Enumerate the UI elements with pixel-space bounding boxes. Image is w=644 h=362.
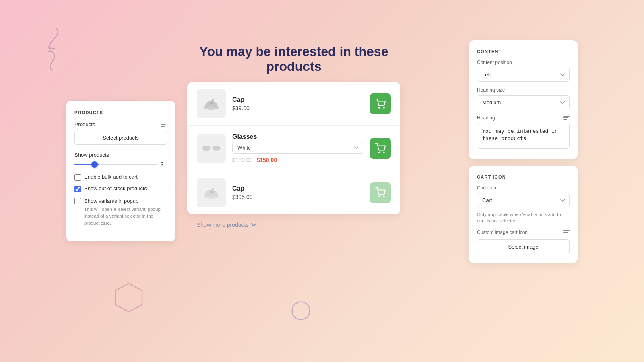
cart-note: Only applicable when 'enable bulk add to… [477,211,570,224]
svg-line-12 [220,146,220,148]
cart-icon [375,143,386,154]
show-more-products[interactable]: Show more products [187,214,400,230]
product-price: $39.00 [232,105,363,111]
right-panels: CONTENT Content position Left Right Cent… [469,40,578,263]
heading-textarea[interactable]: You may be interested in these products [477,123,570,149]
out-of-stock-label[interactable]: Show out of stock products [84,185,147,191]
variants-popup-checkbox[interactable] [74,198,81,204]
cart-icon-select[interactable]: Cart Bag Plus [477,193,570,207]
heading-size-select[interactable]: Small Medium Large [477,95,570,109]
product-name: Cap [232,185,363,192]
variants-popup-label[interactable]: Show variants in popup [84,198,138,204]
content-panel: CONTENT Content position Left Right Cent… [469,40,578,159]
out-of-stock-checkbox[interactable] [74,186,81,192]
table-row: Cap $39.00 [187,82,400,126]
add-to-cart-button[interactable] [370,182,391,203]
select-products-button[interactable]: Select products [74,131,167,145]
svg-point-17 [379,196,380,197]
cap-image [202,184,220,202]
svg-point-7 [384,107,384,108]
decorative-hexagon [113,282,145,314]
svg-point-6 [379,107,380,108]
content-section-title: CONTENT [477,49,570,54]
chevron-down-icon [251,223,256,227]
product-info: Cap $395.00 [232,185,363,200]
variant-value: White [237,145,251,151]
products-panel: PRODUCTS Products Select products Show p… [66,101,175,241]
product-price: $395.00 [232,194,363,200]
stack-icon[interactable] [161,123,167,127]
glasses-image [202,142,220,155]
bulk-add-label[interactable]: Enable bulk add to cart [84,174,138,180]
table-row: Cap $395.00 [187,171,400,214]
table-row: Glasses White $189.00 $150.00 [187,126,400,171]
cart-icon-section-title: CART ICON [477,175,570,179]
products-section-title: PRODUCTS [74,110,167,115]
decorative-squiggle [40,24,64,72]
add-to-cart-button[interactable] [370,138,391,159]
product-thumbnail [197,134,226,163]
decorative-circle [290,300,312,322]
product-thumbnail [197,89,226,118]
cap-image [202,95,220,113]
price-sale: $150.00 [257,157,277,163]
add-to-cart-button[interactable] [370,93,391,114]
svg-rect-8 [203,146,210,150]
select-image-button[interactable]: Select image [477,239,570,254]
svg-marker-2 [116,284,142,312]
variant-select[interactable]: White [232,142,363,154]
product-price: $189.00 $150.00 [232,157,363,163]
custom-image-label: Custom image cart icon [477,230,528,235]
svg-rect-9 [213,146,220,150]
heading-label: Heading [477,115,495,121]
variants-popup-sublabel: This will open a 'select variant' popup,… [84,206,167,227]
slider-value: 3 [161,161,167,167]
svg-point-13 [379,152,380,152]
show-products-label: Show products [74,152,109,158]
products-list: Cap $39.00 [187,82,400,214]
custom-image-stack-icon[interactable] [563,230,570,234]
product-name: Glasses [232,133,363,140]
cart-icon-panel: CART ICON Cart icon Cart Bag Plus Only a… [469,166,578,263]
product-info: Glasses White $189.00 $150.00 [232,133,363,163]
content-position-select[interactable]: Left Right Center [477,68,570,82]
bulk-add-checkbox[interactable] [74,174,81,181]
svg-point-5 [210,102,213,104]
svg-point-3 [292,302,310,320]
content-position-label: Content position [477,60,570,65]
show-products-slider[interactable] [74,164,157,165]
preview-title: You may be interested in these products [187,44,400,74]
products-label: Products [74,121,95,128]
chevron-down-icon [354,146,358,149]
cart-icon-label: Cart icon [477,185,570,191]
svg-point-14 [384,152,384,152]
heading-stack-icon[interactable] [563,116,570,120]
product-info: Cap $39.00 [232,96,363,111]
cart-icon [375,99,386,109]
svg-line-11 [202,146,203,148]
preview-panel: You may be interested in these products … [187,44,400,230]
product-name: Cap [232,96,363,103]
svg-point-18 [384,196,384,197]
price-original: $189.00 [232,157,253,163]
cart-icon [375,187,386,198]
svg-point-16 [210,191,213,193]
heading-size-label: Heading size [477,87,570,93]
show-more-label: Show more products [197,222,248,228]
product-thumbnail [197,178,226,207]
